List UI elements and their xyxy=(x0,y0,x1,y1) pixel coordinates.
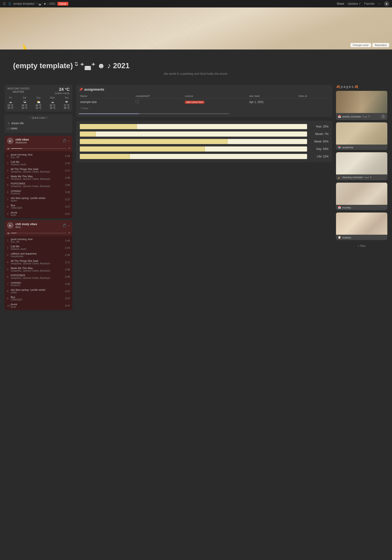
track-duration: 2:11 xyxy=(65,261,70,264)
track-artist: Seraphine, Jasmine Clarke, Absofacto xyxy=(11,277,65,279)
progress-bar-fill xyxy=(80,139,228,144)
new-assignment-button[interactable]: + New xyxy=(79,105,329,111)
music-track[interactable]: 8she likes spring, I prefer winterslchld… xyxy=(5,288,72,295)
hamburger-icon[interactable]: ☰ xyxy=(3,2,6,6)
updates-button[interactable]: Updates ✓ xyxy=(347,2,361,5)
track-info: Made Me This WaySeraphine, Jasmine Clark… xyxy=(11,175,65,180)
more-icon-1[interactable]: ··· xyxy=(68,139,70,142)
change-cover-button[interactable]: Change cover xyxy=(351,43,371,47)
quick-links-title: ♡ Quick Links ♡ xyxy=(8,116,69,119)
music-track[interactable]: 3All The Things She SaidSeraphine, Jasmi… xyxy=(5,167,72,174)
track-number: 4 xyxy=(7,261,11,264)
col-duedate: due date xyxy=(248,94,297,99)
page-card-label: 📅 monthly xyxy=(336,205,387,210)
music-track[interactable]: 3caffeine and dopamineKeepitinside2:30 xyxy=(5,251,72,259)
page-card-label: 📋 routines xyxy=(336,235,387,240)
quick-link-item[interactable]: □notes xyxy=(8,126,69,131)
music-track[interactable]: 9drunkkeshi3:47 xyxy=(5,210,72,217)
track-number: 5 xyxy=(7,184,11,186)
music-track[interactable]: 7compassRosarnie3:35 xyxy=(5,280,72,288)
player2-header: ▶ chill study vibes daisy 🎵 ··· xyxy=(5,220,72,230)
favorite-button[interactable]: Favorite xyxy=(364,2,374,5)
share-icon-2[interactable]: ↗ xyxy=(68,231,70,234)
page-card[interactable]: 📅 weekly schedule ᵕ̈ •ᴗ• ？ ? xyxy=(336,91,387,120)
page-card-image xyxy=(336,122,387,145)
page-card[interactable]: 🧹 cleaning schedule ᵕ̈ •ᴗ• ？ xyxy=(336,152,387,180)
player1-progress-bar[interactable] xyxy=(11,148,67,149)
track-info: drunkkeshi xyxy=(11,211,65,217)
nav-right: Share Updates ✓ Favorite ··· ☻ xyxy=(337,1,389,6)
player2-progress-bar[interactable] xyxy=(11,233,67,233)
player1-play-button[interactable]: ▶ xyxy=(7,138,14,144)
player1-title: chill vibes xyxy=(15,138,60,141)
track-duration: 3:47 xyxy=(65,212,70,215)
track-name: Call Me xyxy=(11,245,65,248)
track-artist: Seraphine, Jasmine Clarke, Absofacto xyxy=(11,185,65,188)
player1-progress-fill xyxy=(11,148,22,149)
page-card-title: cleaning schedule ᵕ̈ •ᴗ• ？ xyxy=(342,176,372,179)
track-name: compass xyxy=(11,190,65,192)
quick-links: ♡ Quick Links ♡ ☆dream life□notes xyxy=(5,114,72,133)
music-track[interactable]: 5Made Me This WaySeraphine, Jasmine Clar… xyxy=(5,266,72,273)
player2-play-button[interactable]: ▶ xyxy=(7,222,14,229)
share-button[interactable]: Share xyxy=(337,2,344,5)
new-page-button[interactable]: + New xyxy=(336,242,387,250)
music-track[interactable]: 2Call MeRainlord, keshi2:24 xyxy=(5,160,72,167)
music-track[interactable]: 6compassRosarnie3:35 xyxy=(5,189,72,196)
track-number: 4 xyxy=(7,176,11,179)
track-duration: 2:48 xyxy=(65,268,70,271)
music-track[interactable]: 4Made Me This WaySeraphine, Jasmine Clar… xyxy=(5,174,72,181)
track-duration: 2:24 xyxy=(65,162,70,165)
music-track[interactable]: 5POP/STARSSeraphine, Jasmine Clarke, Abs… xyxy=(5,181,72,189)
music-track[interactable]: 1good morning, lovetysu, tiffi1:44 xyxy=(5,152,72,160)
user-avatar[interactable]: ☻ xyxy=(384,1,389,6)
weather-widget: MOGI DAS CRUZES WEATHER 24 °C broken clo… xyxy=(5,85,72,112)
music-track[interactable]: 9BusCRACKER3:27 xyxy=(5,295,72,302)
track-duration: 2:40 xyxy=(65,275,70,278)
track-name: drunk xyxy=(11,211,65,214)
page-help-button[interactable]: ? xyxy=(381,114,385,119)
save-button[interactable]: Salvar xyxy=(57,2,68,6)
spotify-icon-1[interactable]: 🎵 xyxy=(62,139,66,143)
track-number: 7 xyxy=(7,283,11,285)
music-track[interactable]: 2Call MeRainlord, keshi2:24 xyxy=(5,244,72,251)
track-number: 6 xyxy=(7,275,11,278)
more-icon-2[interactable]: ··· xyxy=(68,224,70,227)
track-number: 8 xyxy=(7,290,11,293)
music-track[interactable]: 4All The Things She SaidSeraphine, Jasmi… xyxy=(5,259,72,266)
track-info: Call MeRainlord, keshi xyxy=(11,160,65,166)
prev-icon-2[interactable]: ⏮ xyxy=(7,232,10,234)
page-card[interactable]: 📅 monthly xyxy=(336,183,387,210)
nav-emoji: 🌑 xyxy=(8,2,11,5)
page-card[interactable]: 📚 academia xyxy=(336,122,387,150)
spotify-icon-2[interactable]: 🎵 xyxy=(62,223,66,227)
weather-location: MOGI DAS CRUZES WEATHER xyxy=(8,87,29,94)
assignment-name: exemple task xyxy=(79,99,134,106)
page-emoji: 🌙 xyxy=(12,44,27,50)
track-number: 5 xyxy=(7,268,11,271)
prev-icon-1[interactable]: ⏮ xyxy=(7,147,10,150)
quick-link-item[interactable]: ☆dream life xyxy=(8,121,69,126)
track-duration: 2:24 xyxy=(65,246,70,249)
track-info: Made Me This WaySeraphine, Jasmine Clark… xyxy=(11,267,65,272)
weather-day: Tue🌧17 °C16 °C xyxy=(64,96,69,109)
more-options-icon[interactable]: ··· xyxy=(378,2,381,6)
music-track[interactable]: 7she likes spring, I prefer winterslchld… xyxy=(5,196,72,203)
share-icon-1[interactable]: ↗ xyxy=(68,147,70,150)
track-info: good morning, lovetysu, tiffi xyxy=(11,153,65,159)
assignment-completed[interactable] xyxy=(134,99,183,106)
music-track[interactable]: 6POP/STARSSeraphine, Jasmine Clarke, Abs… xyxy=(5,273,72,280)
assignment-row: exemple task add course here Apr 1, 2021 xyxy=(79,99,329,106)
track-duration: 3:35 xyxy=(65,283,70,285)
track-artist: tysu, tiffi xyxy=(11,156,65,159)
page-card[interactable]: 📋 routines xyxy=(336,212,387,240)
reposition-button[interactable]: Reposition xyxy=(373,43,389,47)
music-track[interactable]: 1good morning, lovetysu, tiffi1:44 xyxy=(5,237,72,244)
music-track[interactable]: 10drunkkeshi3:47 xyxy=(5,302,72,309)
track-duration: 2:48 xyxy=(65,176,70,179)
track-info: good morning, lovetysu, tiffi xyxy=(11,238,65,243)
cover-texture xyxy=(0,8,392,50)
progress-bar-container xyxy=(80,131,307,137)
music-track[interactable]: 8BusCRACKER3:27 xyxy=(5,203,72,210)
page-card-title: routines xyxy=(342,236,351,239)
